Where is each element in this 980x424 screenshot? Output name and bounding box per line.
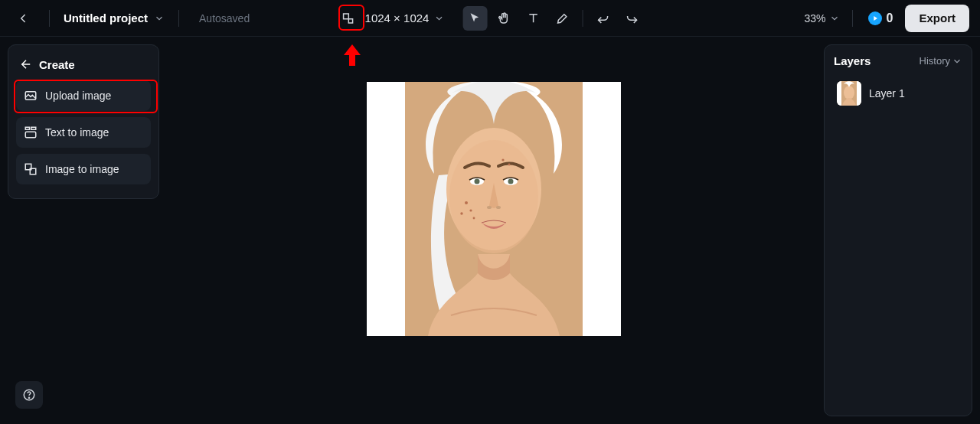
svg-rect-0 xyxy=(344,14,349,19)
svg-rect-8 xyxy=(25,132,36,138)
layers-panel-header: Layers History xyxy=(834,54,962,67)
svg-point-24 xyxy=(501,158,504,161)
credits-count: 0 xyxy=(887,11,893,25)
back-button[interactable] xyxy=(11,6,35,31)
autosave-status: Autosaved xyxy=(199,12,250,24)
upload-image-icon xyxy=(24,89,38,103)
redo-button[interactable] xyxy=(619,6,644,31)
history-dropdown[interactable]: History xyxy=(920,55,962,67)
create-panel-title: Create xyxy=(39,58,75,71)
separator xyxy=(178,10,179,27)
svg-point-17 xyxy=(508,179,514,184)
svg-point-28 xyxy=(844,86,854,99)
svg-rect-7 xyxy=(31,127,36,129)
top-bar-center: 1024 × 1024 xyxy=(336,6,645,31)
canvas-size-dropdown[interactable]: 1024 × 1024 xyxy=(365,11,445,24)
separator xyxy=(582,10,583,27)
image-to-image-icon xyxy=(24,162,38,176)
chevron-down-icon xyxy=(154,13,165,24)
create-panel: Create Upload image Text to image Image … xyxy=(8,44,159,199)
svg-point-30 xyxy=(28,397,29,398)
brush-tool[interactable] xyxy=(550,6,574,31)
option-label: Upload image xyxy=(45,90,111,102)
top-bar-left: Untitled project Autosaved xyxy=(11,6,250,31)
svg-point-16 xyxy=(475,179,480,184)
svg-rect-6 xyxy=(25,127,29,129)
svg-point-21 xyxy=(469,209,472,211)
svg-point-22 xyxy=(460,212,462,214)
upload-image-option[interactable]: Upload image xyxy=(16,80,151,111)
svg-rect-1 xyxy=(348,18,352,22)
create-panel-header[interactable]: Create xyxy=(19,57,148,71)
text-to-image-icon xyxy=(24,126,38,139)
pointer-tool[interactable] xyxy=(462,6,487,31)
svg-point-23 xyxy=(473,217,475,220)
help-icon xyxy=(22,388,36,402)
canvas[interactable] xyxy=(367,82,621,336)
export-button[interactable]: Export xyxy=(905,5,969,32)
help-button[interactable] xyxy=(15,381,43,409)
layers-title: Layers xyxy=(834,54,871,67)
image-to-image-option[interactable]: Image to image xyxy=(16,154,151,184)
history-label: History xyxy=(920,55,950,67)
svg-point-19 xyxy=(496,206,501,209)
project-name: Untitled project xyxy=(64,11,148,24)
option-label: Image to image xyxy=(45,163,119,175)
canvas-size-button[interactable] xyxy=(336,6,361,31)
undo-button[interactable] xyxy=(590,6,615,31)
svg-point-18 xyxy=(487,206,492,209)
canvas-area[interactable] xyxy=(168,37,819,424)
svg-point-20 xyxy=(465,201,468,204)
layer-thumbnail xyxy=(837,81,861,106)
chevron-down-icon xyxy=(952,56,962,67)
top-bar-right: 33% 0 Export xyxy=(805,5,969,32)
zoom-label: 33% xyxy=(805,12,826,24)
separator xyxy=(49,10,50,27)
canvas-size-label: 1024 × 1024 xyxy=(365,11,430,24)
credits-icon xyxy=(868,11,882,25)
svg-point-25 xyxy=(508,164,511,166)
project-selector[interactable]: Untitled project xyxy=(64,11,165,24)
layers-panel: Layers History Layer 1 xyxy=(824,44,972,416)
text-tool[interactable] xyxy=(521,6,545,31)
text-to-image-option[interactable]: Text to image xyxy=(16,117,151,148)
zoom-dropdown[interactable]: 33% xyxy=(805,12,840,24)
canvas-image[interactable] xyxy=(405,82,583,336)
arrow-left-icon xyxy=(19,57,33,71)
credits-indicator[interactable]: 0 xyxy=(865,10,897,27)
top-bar: Untitled project Autosaved 1024 × 1024 xyxy=(0,0,980,37)
chevron-down-icon xyxy=(829,13,840,24)
layer-item[interactable]: Layer 1 xyxy=(834,78,962,109)
layer-name: Layer 1 xyxy=(869,87,905,99)
chevron-down-icon xyxy=(433,13,444,24)
hand-tool[interactable] xyxy=(492,6,516,31)
portrait-illustration xyxy=(405,82,583,336)
option-label: Text to image xyxy=(45,126,109,139)
separator xyxy=(852,10,853,27)
